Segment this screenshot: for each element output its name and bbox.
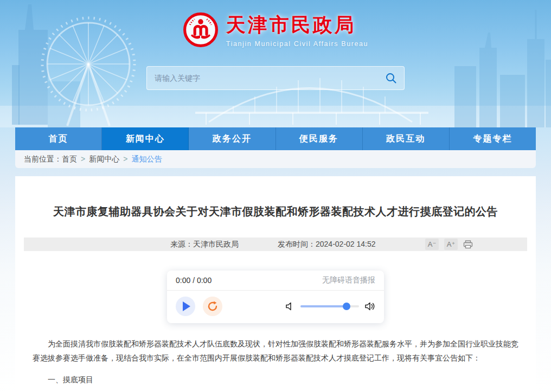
article-paragraph: 为全面摸清我市假肢装配和矫形器装配技术人才队伍底数及现状，针对性加强假肢装配和矫… xyxy=(33,337,518,365)
nav-item-1[interactable]: 新闻中心 xyxy=(102,127,189,150)
civil-affairs-emblem-icon xyxy=(183,12,219,48)
volume-slider[interactable] xyxy=(300,305,359,307)
source-label: 来源： xyxy=(170,240,193,248)
player-time: 0:00 / 0:00 xyxy=(176,276,212,285)
page-root: 天津市民政局 Tianjin Municipal Civil Affairs B… xyxy=(0,0,551,392)
breadcrumb: 当前位置： 首页>新闻中心>通知公告 xyxy=(15,150,536,168)
source-value: 天津市民政局 xyxy=(193,240,239,248)
volume-mute-icon[interactable] xyxy=(285,301,295,311)
nav-item-5[interactable]: 专题专栏 xyxy=(450,127,536,150)
search-bar xyxy=(146,66,405,90)
audio-player: 0:00 / 0:00 无障碍语音播报 xyxy=(167,271,384,323)
breadcrumb-link-2[interactable]: 通知公告 xyxy=(131,155,162,163)
print-button[interactable] xyxy=(463,240,473,249)
article-title: 天津市康复辅助器具协会关于对天津市假肢装配和矫形器装配技术人才进行摸底登记的公告 xyxy=(24,176,527,219)
article-meta-bar: 来源：天津市民政局 发布时间：2024-02-02 14:52 A⁻ A⁺ xyxy=(24,237,527,251)
site-header: 天津市民政局 Tianjin Municipal Civil Affairs B… xyxy=(0,0,551,127)
player-caption: 无障碍语音播报 xyxy=(322,275,375,285)
search-icon xyxy=(385,72,397,84)
breadcrumb-link-1[interactable]: 新闻中心 xyxy=(89,155,119,163)
nav-item-0[interactable]: 首页 xyxy=(15,127,102,150)
breadcrumb-link-0[interactable]: 首页 xyxy=(62,155,77,163)
volume-knob[interactable] xyxy=(343,303,350,310)
publish-time-value: 2024-02-02 14:52 xyxy=(316,240,376,248)
site-subtitle: Tianjin Municipal Civil Affairs Bureau xyxy=(226,40,368,48)
publish-time-label: 发布时间： xyxy=(278,240,316,248)
volume-fill xyxy=(300,305,347,307)
replay-icon xyxy=(207,300,219,312)
nav-item-3[interactable]: 便民服务 xyxy=(276,127,363,150)
search-button[interactable] xyxy=(378,67,404,89)
article-card: 天津市康复辅助器具协会关于对天津市假肢装配和矫形器装配技术人才进行摸底登记的公告… xyxy=(15,176,536,392)
breadcrumb-prefix: 当前位置： xyxy=(24,155,62,164)
breadcrumb-separator: > xyxy=(81,155,85,163)
search-input[interactable] xyxy=(147,67,378,89)
replay-button[interactable] xyxy=(203,297,222,316)
nav-item-2[interactable]: 政务公开 xyxy=(189,127,276,150)
main-nav: 首页新闻中心政务公开便民服务政民互动专题专栏 xyxy=(15,127,536,150)
site-title: 天津市民政局 xyxy=(226,12,368,38)
play-button[interactable] xyxy=(176,297,195,316)
nav-item-4[interactable]: 政民互动 xyxy=(363,127,450,150)
font-decrease-button[interactable]: A⁻ xyxy=(425,239,439,250)
volume-loud-icon[interactable] xyxy=(364,301,375,311)
play-icon xyxy=(183,301,190,311)
site-brand: 天津市民政局 Tianjin Municipal Civil Affairs B… xyxy=(0,0,551,48)
printer-icon xyxy=(463,240,473,249)
article-body: 为全面摸清我市假肢装配和矫形器装配技术人才队伍底数及现状，针对性加强假肢装配和矫… xyxy=(24,337,527,392)
article-tools: A⁻ A⁺ xyxy=(425,237,473,251)
breadcrumb-separator: > xyxy=(123,155,127,163)
article-paragraph: 一、摸底项目 xyxy=(33,373,518,387)
font-increase-button[interactable]: A⁺ xyxy=(444,239,458,250)
